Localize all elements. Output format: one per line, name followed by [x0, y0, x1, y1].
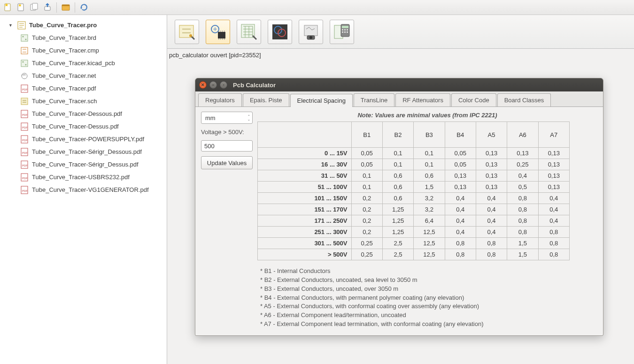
bitmap2component-button[interactable] [299, 20, 323, 44]
tree-item-label: Tube_Curve_Tracer.net [32, 72, 96, 79]
window-title: Pcb Calculator [233, 82, 276, 89]
table-cell: 0,1 [414, 159, 445, 170]
row-label: 251 ... 300V [258, 227, 352, 238]
table-row: 31 ... 50V0,10,60,60,130,130,40,13 [258, 170, 570, 182]
voltage-value: 500 [204, 143, 215, 150]
pcb-calculator-window: ✕ − ▫ Pcb Calculator RegulatorsEpais. Pi… [195, 78, 603, 336]
table-cell: 0,8 [507, 193, 538, 204]
table-cell: 0,13 [538, 148, 569, 159]
pcb-calculator-button[interactable] [330, 20, 354, 44]
table-cell: 12,5 [414, 227, 445, 238]
unit-value: mm [205, 114, 216, 121]
tree-item[interactable]: Tube_Curve_Tracer.kicad_pcb [8, 57, 167, 69]
unit-select[interactable]: mm [201, 112, 253, 124]
table-row: 101 ... 150V0,20,63,20,40,40,80,4 [258, 193, 570, 204]
table-cell: 0,25 [351, 249, 382, 260]
tree-root[interactable]: ▼ Tube_Curve_Tracer.pro [8, 19, 167, 31]
tab-transline[interactable]: TransLine [354, 93, 394, 106]
table-cell: 0,2 [351, 193, 382, 204]
expand-icon[interactable]: ▼ [8, 23, 14, 28]
tab-electrical-spacing[interactable]: Electrical Spacing [290, 94, 353, 107]
svg-rect-55 [344, 31, 346, 33]
table-cell: 0,1 [382, 148, 413, 159]
svg-text:PDF: PDF [22, 126, 28, 129]
table-cell: 0,4 [476, 193, 507, 204]
svg-point-47 [309, 36, 312, 39]
gerbview-button[interactable] [268, 20, 292, 44]
tree-item-label: Tube_Curve_Tracer.cmp [32, 47, 99, 54]
file-icon: PDF [20, 160, 29, 169]
eeschema-button[interactable] [175, 20, 199, 44]
table-cell: 0,1 [351, 170, 382, 182]
table-cell: 0,13 [538, 170, 569, 182]
close-icon[interactable]: ✕ [199, 81, 207, 89]
tab-epais-piste[interactable]: Epais. Piste [243, 93, 289, 106]
pcbnew-button[interactable] [237, 20, 261, 44]
titlebar[interactable]: ✕ − ▫ Pcb Calculator [195, 78, 603, 91]
svg-rect-14 [21, 47, 28, 54]
table-cell: 1,5 [507, 238, 538, 249]
table-cell: 0,13 [476, 159, 507, 170]
table-row: 251 ... 300V0,21,2512,50,40,40,80,8 [258, 227, 570, 238]
table-cell: 0,8 [476, 238, 507, 249]
table-cell: 0,6 [382, 193, 413, 204]
table-cell: 0,2 [351, 204, 382, 215]
table-row: 16 ... 30V0,050,10,10,050,130,250,13 [258, 159, 570, 170]
table-cell: 0,13 [538, 159, 569, 170]
tree-item[interactable]: Tube_Curve_Tracer.sch [8, 95, 167, 107]
tree-item[interactable]: PDFTube_Curve_Tracer-Dessus.pdf [8, 120, 167, 133]
tabs: RegulatorsEpais. PisteElectrical Spacing… [195, 91, 603, 107]
tab-rf-attenuators[interactable]: RF Attenuators [395, 93, 450, 106]
tree-item[interactable]: Tube_Curve_Tracer.cmp [8, 44, 167, 57]
status-line: pcb_calculator ouvert [pid=23552] [167, 49, 634, 59]
svg-text:PDF: PDF [22, 139, 28, 142]
table-header [258, 122, 352, 148]
tree-item[interactable]: Tube_Curve_Tracer.brd [8, 31, 167, 44]
table-header: B1 [351, 122, 382, 148]
tree-item[interactable]: PDFTube_Curve_Tracer-USBRS232.pdf [8, 171, 167, 183]
tree-item-label: Tube_Curve_Tracer-POWERSUPPLY.pdf [32, 136, 144, 143]
file-icon [20, 97, 29, 106]
svg-point-38 [189, 34, 192, 37]
table-cell: 0,8 [445, 238, 476, 249]
tree-item[interactable]: PDFTube_Curve_Tracer-Dessous.pdf [8, 107, 167, 120]
svg-rect-53 [347, 29, 348, 30]
maximize-icon[interactable]: ▫ [220, 81, 227, 89]
tab-board-classes[interactable]: Board Classes [497, 93, 551, 106]
new-star-icon[interactable] [15, 1, 27, 14]
tree-item-label: Tube_Curve_Tracer.kicad_pcb [32, 60, 115, 67]
svg-rect-22 [21, 98, 28, 105]
table-row: > 500V0,252,512,50,80,81,50,8 [258, 249, 570, 260]
row-label: 0 ... 15V [258, 148, 352, 159]
svg-point-16 [23, 61, 24, 62]
tab-color-code[interactable]: Color Code [451, 93, 496, 106]
svg-rect-8 [62, 5, 70, 6]
refresh-icon[interactable] [78, 1, 90, 14]
tree-item[interactable]: .netTube_Curve_Tracer.net [8, 69, 167, 82]
table-cell: 0,4 [538, 204, 569, 215]
svg-rect-11 [21, 35, 28, 41]
cvpcb-button[interactable] [206, 20, 230, 44]
tree-item[interactable]: PDFTube_Curve_Tracer-VG1GENERATOR.pdf [8, 183, 167, 196]
tree-item[interactable]: PDFTube_Curve_Tracer.pdf [8, 82, 167, 95]
table-header: B4 [445, 122, 476, 148]
window-icon[interactable] [60, 1, 72, 14]
table-cell: 1,25 [382, 227, 413, 238]
tab-regulators[interactable]: Regulators [198, 93, 242, 106]
minimize-icon[interactable]: − [209, 81, 217, 89]
tree-item[interactable]: PDFTube_Curve_Tracer-Sérigr_Dessus.pdf [8, 158, 167, 171]
export-icon[interactable] [41, 1, 54, 14]
project-tree: ▼ Tube_Curve_Tracer.pro Tube_Curve_Trace… [0, 15, 167, 364]
tree-item[interactable]: PDFTube_Curve_Tracer-Sérigr_Dessous.pdf [8, 145, 167, 158]
table-cell: 0,05 [351, 148, 382, 159]
table-cell: 0,05 [445, 148, 476, 159]
copy-icon[interactable] [28, 1, 40, 14]
table-cell: 6,4 [414, 215, 445, 227]
voltage-input[interactable]: 500 [201, 140, 253, 152]
new-icon[interactable] [2, 1, 14, 14]
update-values-button[interactable]: Update Values [201, 156, 253, 169]
tree-item[interactable]: PDFTube_Curve_Tracer-POWERSUPPLY.pdf [8, 133, 167, 145]
voltage-label: Voltage > 500V: [201, 129, 253, 136]
table-cell: 0,5 [507, 182, 538, 193]
table-cell: 0,1 [351, 182, 382, 193]
